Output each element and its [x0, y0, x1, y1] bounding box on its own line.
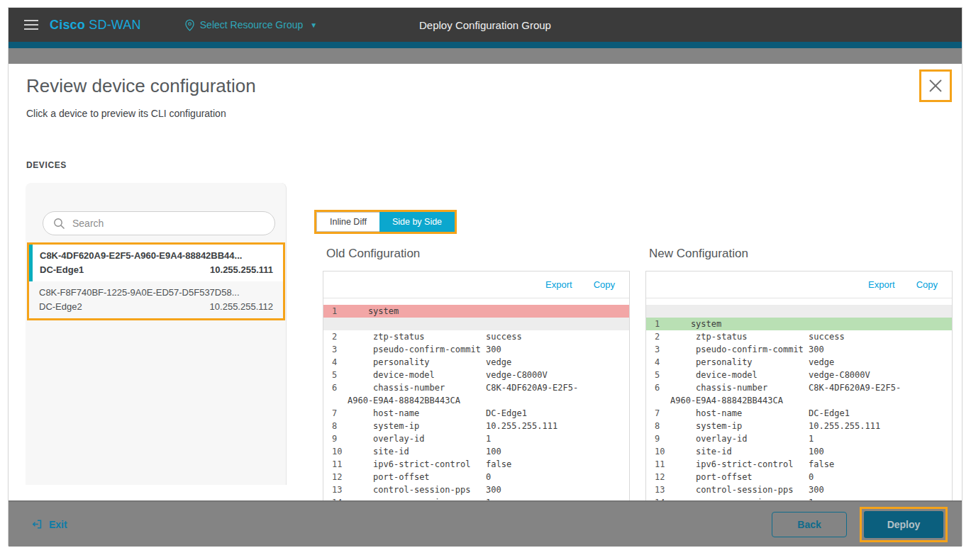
code-line: 6 chassis-number C8K-4DF620A9-E2F5- [646, 381, 952, 394]
device-item-dc-edge2[interactable]: C8K-F8F740BF-1225-9A0E-ED57-D5F537D58...… [29, 281, 283, 318]
export-link[interactable]: Export [545, 279, 572, 290]
exit-icon [32, 518, 43, 530]
brand-cisco: Cisco [50, 18, 85, 32]
code-line: 12 port-offset 0 [646, 471, 952, 483]
side-by-side-tab[interactable]: Side by Side [379, 212, 455, 232]
device-chassis-id: C8K-F8F740BF-1225-9A0E-ED57-D5F537D58... [39, 287, 273, 298]
code-line: 2 ztp-status success [646, 330, 952, 343]
code-line: 12 port-offset 0 [323, 471, 629, 483]
close-button[interactable] [919, 69, 952, 102]
code-line: 5 device-model vedge-C8000V [323, 369, 629, 381]
code-line: 3 pseudo-confirm-commit 300 [323, 343, 629, 356]
search-icon [53, 218, 65, 230]
new-config-panel: Export Copy 1 system2 ztp-status success… [645, 271, 953, 500]
code-line: 10 site-id 100 [646, 445, 952, 458]
copy-link[interactable]: Copy [594, 279, 615, 290]
code-line: 4 personality vedge [646, 356, 952, 369]
device-ip: 10.255.255.111 [210, 264, 273, 275]
code-line: 13 control-session-pps 300 [323, 483, 629, 496]
back-button[interactable]: Back [772, 512, 847, 537]
exit-button[interactable]: Exit [32, 518, 67, 530]
exit-label: Exit [49, 519, 67, 530]
location-pin-icon [185, 19, 194, 31]
brand-sdwan: SD-WAN [85, 18, 141, 32]
devices-section-label: DEVICES [26, 160, 67, 170]
page-title: Review device configuration [26, 75, 256, 97]
code-line: 4 personality vedge [323, 356, 629, 369]
device-list-annotation-highlight: C8K-4DF620A9-E2F5-A960-E9A4-88842BB44...… [27, 242, 285, 320]
code-line: 11 ipv6-strict-control false [323, 458, 629, 471]
deploy-button[interactable]: Deploy [864, 511, 943, 538]
code-line: 3 pseudo-confirm-commit 300 [646, 343, 952, 356]
code-line: 13 control-session-pps 300 [646, 483, 952, 496]
search-input[interactable] [72, 218, 265, 229]
device-search[interactable] [43, 211, 275, 235]
old-config-panel: Export Copy 1 system2 ztp-status success… [323, 271, 630, 500]
backdrop-strip-top [9, 48, 962, 64]
device-hostname: DC-Edge2 [39, 301, 82, 312]
page-header-title: Deploy Configuration Group [9, 19, 962, 31]
device-hostname: DC-Edge1 [40, 264, 84, 275]
code-line: 11 ipv6-strict-control false [646, 458, 952, 471]
diff-toggle-annotation-highlight: Inline Diff Side by Side [314, 210, 457, 234]
code-line: 5 device-model vedge-C8000V [646, 369, 952, 381]
modal-content: Review device configuration Click a devi… [9, 64, 962, 500]
device-panel: C8K-4DF620A9-E2F5-A960-E9A4-88842BB44...… [26, 183, 287, 485]
deploy-annotation-highlight: Deploy [860, 507, 948, 542]
code-line: 10 site-id 100 [323, 445, 629, 458]
new-config-title: New Configuration [649, 247, 748, 261]
inline-diff-tab[interactable]: Inline Diff [316, 212, 379, 232]
code-line: 1 system [646, 318, 952, 330]
code-line: 6 chassis-number C8K-4DF620A9-E2F5- [323, 381, 629, 394]
code-line [646, 305, 952, 318]
old-config-title: Old Configuration [326, 247, 420, 261]
resource-group-selector[interactable]: Select Resource Group ▼ [185, 19, 317, 31]
teal-accent-bar [9, 42, 962, 48]
old-config-code[interactable]: 1 system2 ztp-status success3 pseudo-con… [323, 298, 629, 500]
copy-link[interactable]: Copy [916, 279, 938, 290]
old-config-toolbar: Export Copy [323, 271, 629, 298]
resource-group-label: Select Resource Group [200, 19, 304, 30]
page-subtitle: Click a device to preview its CLI config… [26, 108, 226, 119]
new-config-code[interactable]: 1 system2 ztp-status success3 pseudo-con… [646, 298, 952, 500]
code-line [323, 318, 629, 330]
export-link[interactable]: Export [868, 279, 895, 290]
close-icon [927, 77, 944, 94]
new-config-toolbar: Export Copy [646, 271, 952, 298]
code-line: 7 host-name DC-Edge1 [323, 407, 629, 420]
device-item-dc-edge1[interactable]: C8K-4DF620A9-E2F5-A960-E9A4-88842BB44...… [29, 245, 283, 281]
code-line: 8 system-ip 10.255.255.111 [646, 420, 952, 432]
app-window: Cisco SD-WAN Select Resource Group ▼ Dep… [8, 7, 962, 546]
menu-icon[interactable] [24, 20, 38, 30]
code-line: 2 ztp-status success [323, 330, 629, 343]
code-line: A960-E9A4-88842BB443CA [646, 394, 952, 407]
code-line: 9 overlay-id 1 [646, 432, 952, 445]
code-line: A960-E9A4-88842BB443CA [323, 394, 629, 407]
code-line: 8 system-ip 10.255.255.111 [323, 420, 629, 432]
brand-logo: Cisco SD-WAN [50, 18, 141, 33]
app-header: Cisco SD-WAN Select Resource Group ▼ Dep… [9, 8, 962, 42]
code-line: 1 system [323, 305, 629, 318]
device-ip: 10.255.255.112 [210, 301, 273, 312]
code-line: 9 overlay-id 1 [323, 432, 629, 445]
device-chassis-id: C8K-4DF620A9-E2F5-A960-E9A4-88842BB44... [40, 250, 273, 261]
code-line: 7 host-name DC-Edge1 [646, 407, 952, 420]
chevron-down-icon: ▼ [310, 21, 317, 29]
footer-bar: Exit Back Deploy [9, 500, 962, 547]
